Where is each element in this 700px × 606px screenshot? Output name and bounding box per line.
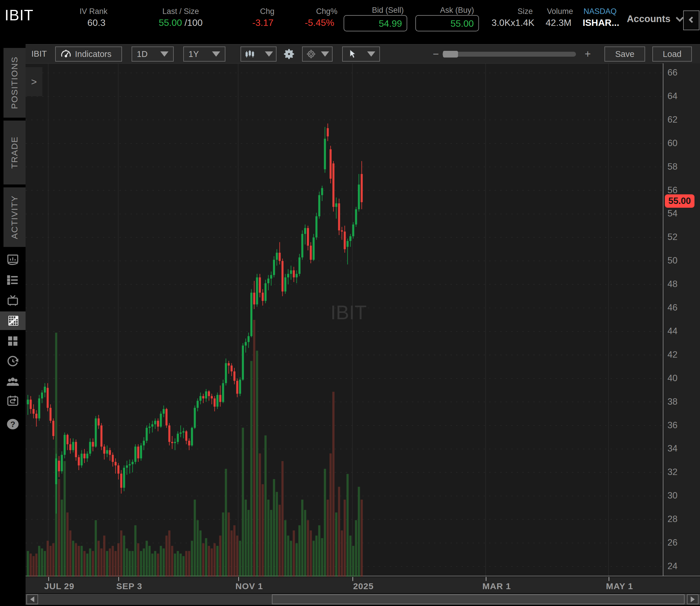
- chevron-left-icon: [689, 17, 695, 23]
- chevron-down-icon: [160, 51, 168, 57]
- community-icon[interactable]: [0, 372, 26, 391]
- chart-toolbar: IBIT Indicators 1D 1Y: [26, 44, 700, 63]
- price-tick-label: 34: [668, 443, 677, 454]
- chevron-down-icon: [676, 14, 684, 22]
- stat-value: 55.00 /100: [159, 18, 203, 28]
- price-tick-label: 38: [668, 397, 677, 407]
- accounts-menu[interactable]: Accounts: [627, 14, 681, 24]
- scrollbar-thumb[interactable]: [272, 595, 684, 604]
- stat-value: 60.3: [88, 18, 106, 28]
- time-tick-mark: [238, 577, 239, 581]
- chevron-down-icon: [212, 51, 220, 57]
- sidebar-tab-positions[interactable]: POSITIONS: [3, 48, 26, 118]
- triangle-left-icon: [30, 597, 34, 602]
- list-icon[interactable]: [0, 271, 26, 289]
- stat-label: Last / Size: [162, 7, 199, 16]
- range-dropdown[interactable]: 1Y: [183, 46, 226, 62]
- stat-label: Size: [518, 7, 533, 16]
- svg-text:IBIT: IBIT: [330, 301, 367, 323]
- price-tick-label: 48: [668, 279, 677, 289]
- sidebar-tab-activity[interactable]: ACTIVITY: [3, 187, 26, 247]
- price-tick-label: 42: [668, 349, 677, 360]
- sidebar-tab-trade[interactable]: TRADE: [3, 121, 26, 185]
- collapse-panel-button[interactable]: [683, 10, 699, 30]
- bid-button[interactable]: 54.99: [344, 15, 407, 31]
- timeframe-dropdown[interactable]: 1D: [132, 46, 174, 62]
- time-tick-mark: [608, 577, 609, 581]
- toolbar-symbol-label: IBIT: [31, 49, 47, 59]
- help-icon[interactable]: ?: [0, 415, 26, 434]
- ask-label: Ask (Buy): [424, 6, 474, 15]
- zoom-slider-thumb[interactable]: [443, 51, 458, 57]
- triangle-right-icon: [691, 597, 695, 602]
- symbol-title: IBIT: [5, 6, 33, 24]
- scroll-right-button[interactable]: [687, 595, 699, 604]
- price-tick-label: 60: [668, 138, 677, 148]
- expand-panel-button[interactable]: >: [26, 67, 42, 96]
- crosshair-dropdown[interactable]: [302, 46, 332, 62]
- time-tick-mark: [486, 577, 487, 581]
- last-price-badge: 55.00: [665, 194, 695, 208]
- stat-label: Volume: [547, 7, 573, 16]
- price-tick-label: 26: [668, 537, 677, 548]
- load-button[interactable]: Load: [652, 46, 692, 62]
- exchange-label: NASDAQ: [584, 7, 616, 16]
- price-tick-label: 24: [668, 561, 677, 572]
- scroll-left-button[interactable]: [26, 595, 38, 604]
- time-tick-label: MAR 1: [483, 581, 511, 591]
- stat-value: 3.0Kx1.4K: [491, 18, 534, 28]
- trading-platform-window: IBIT IV Rank 60.3 Last / Size 55.00 /100…: [0, 0, 700, 606]
- left-sidebar: POSITIONS TRADE ACTIVITY: [0, 44, 26, 606]
- chart-icon[interactable]: [0, 311, 26, 330]
- grid-icon[interactable]: [0, 332, 26, 350]
- price-tick-label: 28: [668, 514, 677, 525]
- time-tick-mark: [118, 577, 119, 581]
- candlestick-icon: [244, 48, 256, 60]
- report-icon[interactable]: [0, 251, 26, 269]
- zoom-in-label[interactable]: +: [585, 48, 591, 60]
- price-tick-label: 66: [668, 67, 677, 78]
- price-chart-area[interactable]: IBIT >: [26, 63, 663, 576]
- tv-icon[interactable]: [0, 291, 26, 310]
- time-axis[interactable]: JUL 29SEP 3NOV 12025MAR 1MAY 1: [26, 577, 700, 593]
- price-tick-label: 40: [668, 373, 677, 383]
- indicators-button[interactable]: Indicators: [55, 46, 122, 62]
- price-tick-label: 36: [668, 420, 677, 430]
- stat-label: IV Rank: [79, 7, 108, 16]
- svg-text:?: ?: [10, 420, 15, 429]
- cursor-tool-dropdown[interactable]: [342, 46, 380, 62]
- stat-value: 42.3M: [546, 18, 571, 28]
- price-tick-label: 64: [668, 91, 677, 101]
- ask-button[interactable]: 55.00: [415, 15, 479, 31]
- time-tick-label: MAY 1: [606, 581, 633, 591]
- price-tick-label: 46: [668, 302, 677, 313]
- chevron-down-icon: [321, 51, 329, 57]
- zoom-slider[interactable]: [442, 52, 576, 57]
- horizontal-scrollbar[interactable]: [26, 594, 700, 605]
- price-axis[interactable]: 6664626058565452504846444240383634323028…: [663, 63, 700, 576]
- settings-button[interactable]: [282, 47, 296, 61]
- time-tick-mark: [48, 577, 49, 581]
- price-tick-label: 52: [668, 232, 677, 242]
- history-icon[interactable]: [0, 352, 26, 371]
- chevron-down-icon: [265, 51, 273, 57]
- zoom-out-label[interactable]: −: [433, 48, 439, 60]
- price-tick-label: 56: [668, 185, 677, 195]
- save-button[interactable]: Save: [604, 46, 645, 62]
- chart-type-dropdown[interactable]: [240, 46, 277, 62]
- price-tick-label: 62: [668, 114, 677, 125]
- calendar-icon[interactable]: [0, 392, 26, 410]
- stat-label: Chg: [260, 7, 275, 16]
- price-tick-label: 32: [668, 467, 677, 477]
- price-tick-label: 54: [668, 208, 677, 219]
- time-tick-label: JUL 29: [44, 581, 74, 591]
- stat-value: -5.45%: [305, 18, 334, 28]
- gear-icon: [282, 47, 296, 61]
- fund-name: ISHAR...: [583, 18, 619, 28]
- price-tick-label: 30: [668, 490, 677, 501]
- chevron-down-icon: [367, 51, 375, 57]
- crosshair-icon: [306, 48, 317, 60]
- time-tick-label: 2025: [353, 581, 374, 591]
- gauge-icon: [60, 48, 72, 60]
- stat-label: Chg%: [316, 7, 337, 16]
